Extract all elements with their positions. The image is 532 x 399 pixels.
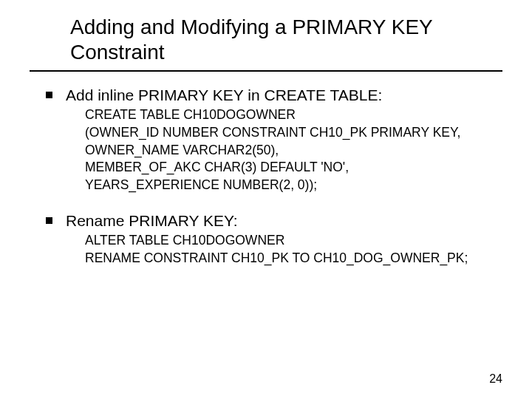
bullet-row: Add inline PRIMARY KEY in CREATE TABLE: (46, 85, 502, 105)
slide-title: Adding and Modifying a PRIMARY KEY Const… (70, 15, 502, 64)
square-bullet-icon (46, 92, 52, 98)
title-underline (30, 70, 502, 72)
bullet-row: Rename PRIMARY KEY: (46, 211, 502, 231)
code-block: CREATE TABLE CH10DOGOWNER (OWNER_ID NUMB… (85, 106, 502, 194)
section-heading: Rename PRIMARY KEY: (66, 211, 238, 231)
section-heading: Add inline PRIMARY KEY in CREATE TABLE: (66, 85, 382, 105)
square-bullet-icon (46, 217, 52, 224)
section-rename: Rename PRIMARY KEY: ALTER TABLE CH10DOGO… (30, 211, 502, 267)
section-add-inline: Add inline PRIMARY KEY in CREATE TABLE: … (30, 85, 502, 194)
code-block: ALTER TABLE CH10DOGOWNER RENAME CONSTRAI… (85, 232, 502, 267)
page-number: 24 (489, 372, 502, 386)
